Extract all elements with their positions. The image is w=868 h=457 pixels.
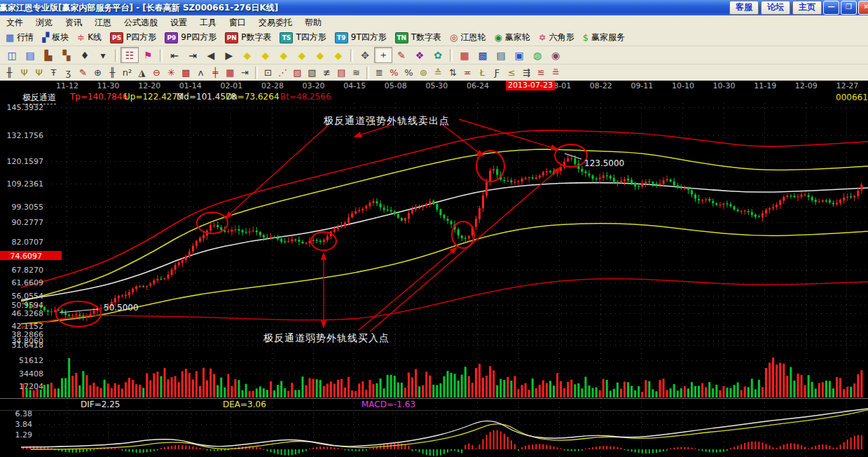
- draw-tool-icon-7[interactable]: ╫: [105, 66, 120, 79]
- diamond-left-icon[interactable]: ◆: [238, 47, 256, 63]
- menu-item-文件[interactable]: 文件: [0, 17, 29, 29]
- toolbar-item-赢家轮[interactable]: ◉赢家轮: [490, 32, 534, 43]
- kline-window-icon[interactable]: ☷: [120, 47, 139, 63]
- style-dropdown-icon[interactable]: ▾: [94, 47, 112, 63]
- diamond-zoom-out-icon[interactable]: ◆: [329, 47, 347, 63]
- draw-tool-icon-8[interactable]: n²: [120, 66, 135, 79]
- toolbar-item-9P四方形[interactable]: P99P四方形: [160, 32, 221, 43]
- toolbar-item-P数字表[interactable]: PNP数字表: [221, 32, 275, 43]
- web-chart-icon[interactable]: ◍: [528, 47, 546, 63]
- next-bar-icon[interactable]: ▶: [220, 47, 238, 63]
- menu-item-资讯[interactable]: 资讯: [59, 17, 88, 29]
- draw-tool-icon-33[interactable]: Ł: [475, 66, 490, 79]
- gann-shape-icon[interactable]: ❖: [411, 47, 429, 63]
- info-panel-icon[interactable]: ▤: [21, 47, 39, 63]
- draw-tool-icon-30[interactable]: ≙: [431, 66, 446, 79]
- annotation-arrow: [459, 119, 558, 149]
- draw-tool-icon-10[interactable]: ⊖: [149, 66, 164, 79]
- bar-chart-icon[interactable]: ▙: [39, 47, 57, 63]
- titlebar-buttons: 客服论坛主页—❐✕: [727, 1, 868, 15]
- diamond-shrink-icon[interactable]: ◆: [293, 47, 311, 63]
- draw-tool-icon-5[interactable]: ✎: [76, 66, 90, 79]
- draw-tool-icon-1[interactable]: Ψ: [17, 66, 32, 79]
- diamond-right-icon[interactable]: ◆: [256, 47, 275, 63]
- draw-tool-icon-32[interactable]: ≖: [460, 66, 475, 79]
- draw-tool-icon-23[interactable]: ▤: [334, 66, 349, 79]
- draw-tool-icon-29[interactable]: ⊚: [416, 66, 431, 79]
- menu-item-窗口[interactable]: 窗口: [223, 17, 252, 29]
- hand-icon[interactable]: ✥: [356, 47, 374, 63]
- calculator-icon[interactable]: ▩: [474, 47, 492, 63]
- draw-tool-icon-20[interactable]: ▨: [290, 66, 305, 79]
- toolbar-item-P四方形[interactable]: PSP四方形: [106, 32, 160, 43]
- draw-tool-icon-0[interactable]: ╫: [2, 66, 17, 79]
- toolbar-item-T数字表[interactable]: TNT数字表: [391, 32, 446, 43]
- draw-tool-icon-4[interactable]: ʒ: [61, 66, 76, 79]
- crosshair-icon[interactable]: ＋: [374, 47, 392, 63]
- draw-tool-icon-12[interactable]: ▩: [179, 66, 193, 79]
- draw-tool-icon-2[interactable]: Ψ: [32, 66, 46, 79]
- window-icon[interactable]: ◫: [3, 47, 21, 63]
- titlebar-button-客服[interactable]: 客服: [729, 1, 759, 15]
- titlebar-button-论坛[interactable]: 论坛: [761, 1, 790, 15]
- draw-tool-icon-16[interactable]: ⇥: [237, 66, 252, 79]
- draw-tool-icon-24[interactable]: ≋: [349, 66, 364, 79]
- candle-style-icon[interactable]: ♦: [76, 47, 94, 63]
- draw-tool-icon-14[interactable]: ╪: [208, 66, 223, 79]
- last-bar-icon[interactable]: ⇥: [184, 47, 202, 63]
- draw-tool-icon-3[interactable]: Ŧ: [46, 66, 61, 79]
- svg-text:46.3268: 46.3268: [12, 309, 44, 318]
- menu-item-交易委托[interactable]: 交易委托: [252, 17, 298, 29]
- pattern-icon[interactable]: ✿: [429, 47, 447, 63]
- menu-item-江恩[interactable]: 江恩: [88, 17, 118, 29]
- restore-button[interactable]: ❐: [841, 1, 857, 15]
- diamond-expand-icon[interactable]: ◆: [275, 47, 293, 63]
- toolbar-item-T四方形[interactable]: TST四方形: [275, 32, 330, 43]
- draw-tool-icon-27[interactable]: %: [387, 66, 401, 79]
- prev-bar-icon[interactable]: ◀: [202, 47, 220, 63]
- toolbar-item-行情[interactable]: ▦行情: [1, 32, 38, 43]
- channel-Up: [21, 149, 868, 301]
- toolbar-item-9T四方形[interactable]: T99T四方形: [331, 32, 391, 43]
- draw-tool-icon-31[interactable]: ⇅: [446, 66, 460, 79]
- close-button[interactable]: ✕: [858, 1, 868, 15]
- draw-tool-icon-19[interactable]: ⋰: [275, 66, 290, 79]
- draw-tool-icon-28[interactable]: %: [401, 66, 416, 79]
- calendar-icon[interactable]: ▦: [455, 47, 474, 63]
- draw-tool-icon-6[interactable]: ⊕: [90, 66, 105, 79]
- menu-item-帮助[interactable]: 帮助: [298, 17, 328, 29]
- menu-item-浏览[interactable]: 浏览: [29, 17, 59, 29]
- draw-tool-icon-26[interactable]: ≣: [372, 66, 387, 79]
- notebook-icon[interactable]: ▤: [492, 47, 510, 63]
- draw-tool-icon-34[interactable]: Ƒ: [490, 66, 504, 79]
- pen-icon[interactable]: ✎: [392, 47, 411, 63]
- chart-area[interactable]: 11-1211-3012-2001-1402-0102-2803-2004-15…: [0, 81, 868, 457]
- draw-tool-icon-18[interactable]: ⊡: [261, 66, 275, 79]
- indicator-flag-icon[interactable]: ⚑: [139, 47, 157, 63]
- draw-tool-icon-38[interactable]: ≞: [549, 66, 563, 79]
- draw-tool-icon-21[interactable]: ▧: [305, 66, 319, 79]
- diamond-zoom-in-icon[interactable]: ◆: [311, 47, 329, 63]
- titlebar-button-主页[interactable]: 主页: [792, 1, 822, 15]
- draw-tool-icon-9[interactable]: ◮: [135, 66, 149, 79]
- draw-tool-icon-36[interactable]: ⇶: [519, 66, 534, 79]
- minimize-button[interactable]: —: [823, 1, 839, 15]
- draw-tool-icon-11[interactable]: ✳: [164, 66, 179, 79]
- user-chart-icon[interactable]: ◉: [546, 47, 565, 63]
- draw-tool-icon-15[interactable]: ▦: [223, 66, 237, 79]
- menu-item-工具[interactable]: 工具: [193, 17, 223, 29]
- save-icon[interactable]: ▣: [510, 47, 528, 63]
- menu-item-公式选股[interactable]: 公式选股: [118, 17, 164, 29]
- bar-chart-alt-icon[interactable]: ▚: [57, 47, 76, 63]
- toolbar-item-六角形[interactable]: ✡六角形: [535, 32, 579, 43]
- toolbar-item-江恩轮[interactable]: ◎江恩轮: [446, 32, 490, 43]
- draw-tool-icon-13[interactable]: ʌ: [193, 66, 208, 79]
- draw-tool-icon-22[interactable]: ≢: [319, 66, 334, 79]
- toolbar-item-板块[interactable]: ▞板块: [38, 32, 73, 43]
- draw-tool-icon-37[interactable]: ≌: [534, 66, 549, 79]
- draw-tool-icon-35[interactable]: ≤: [504, 66, 519, 79]
- toolbar-item-K线[interactable]: ≑K线: [73, 32, 106, 43]
- menu-item-设置[interactable]: 设置: [164, 17, 193, 29]
- toolbar-item-赢家服务[interactable]: $赢家服务: [579, 32, 629, 43]
- first-bar-icon[interactable]: ⇤: [165, 47, 184, 63]
